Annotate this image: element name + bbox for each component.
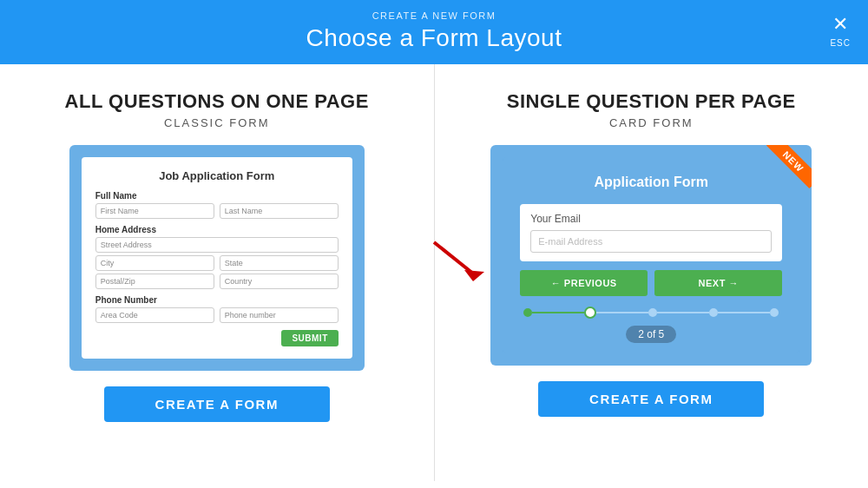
mock-submit-row: SUBMIT — [95, 330, 339, 346]
mock-label-fullname: Full Name — [95, 191, 339, 201]
progress-line-2 — [596, 312, 648, 313]
page-indicator: 2 of 5 — [626, 326, 676, 343]
card-nav-row: ← PREVIOUS NEXT → — [520, 270, 782, 296]
card-field-input: E-mail Address — [530, 230, 772, 253]
create-card-form-button[interactable]: CREATE A FORM — [538, 381, 764, 417]
arrow-indicator — [425, 234, 495, 286]
classic-form-preview: Job Application Form Full Name First Nam… — [69, 145, 365, 371]
page-header: CREATE A NEW FORM Choose a Form Layout ✕… — [0, 0, 868, 64]
progress-dot-3 — [648, 308, 657, 317]
progress-line-4 — [718, 312, 770, 313]
card-form-panel: SINGLE QUESTION PER PAGE CARD FORM NEW A… — [435, 64, 869, 481]
header-subtitle: CREATE A NEW FORM — [0, 10, 868, 21]
card-form-header-title: Application Form — [520, 175, 782, 190]
mock-row-fullname: First Name Last Name — [95, 203, 339, 219]
mock-input-lastname: Last Name — [220, 203, 339, 219]
card-next-button[interactable]: NEXT → — [654, 270, 782, 296]
mock-row-street: Street Address — [95, 237, 339, 253]
classic-form-subtitle: CLASSIC FORM — [164, 116, 270, 129]
mock-input-street: Street Address — [95, 237, 339, 253]
mock-input-phone: Phone number — [220, 307, 339, 323]
progress-line-3 — [657, 312, 709, 313]
mock-input-zip: Postal/Zip — [95, 274, 214, 289]
new-badge-label: NEW — [766, 145, 812, 188]
mock-submit-button[interactable]: SUBMIT — [281, 330, 338, 346]
mock-row-phone: Area Code Phone number — [95, 307, 339, 323]
mock-input-country: Country — [220, 274, 339, 289]
mock-input-city: City — [95, 255, 214, 271]
card-field-label: Your Email — [530, 213, 772, 225]
create-classic-form-button[interactable]: CREATE A FORM — [104, 386, 330, 422]
progress-dot-1 — [523, 308, 532, 317]
page-title: Choose a Form Layout — [0, 24, 868, 52]
mock-input-areacode: Area Code — [95, 307, 214, 323]
card-form-subtitle: CARD FORM — [609, 116, 694, 129]
card-form-title: SINGLE QUESTION PER PAGE — [507, 90, 796, 113]
mock-form-title: Job Application Form — [95, 169, 339, 182]
progress-dot-4 — [709, 308, 718, 317]
progress-dot-2 — [584, 307, 596, 319]
close-icon: ✕ — [830, 15, 851, 34]
svg-marker-1 — [464, 270, 484, 281]
card-prev-button[interactable]: ← PREVIOUS — [520, 270, 648, 296]
card-field-block: Your Email E-mail Address — [520, 204, 782, 261]
classic-form-title: ALL QUESTIONS ON ONE PAGE — [65, 90, 369, 113]
mock-row-citystate: City State — [95, 255, 339, 271]
progress-line-1 — [532, 312, 584, 313]
mock-label-phone: Phone Number — [95, 295, 339, 305]
main-content: ALL QUESTIONS ON ONE PAGE CLASSIC FORM J… — [0, 64, 868, 481]
close-esc-label: ESC — [830, 38, 851, 48]
new-badge: NEW — [760, 145, 812, 197]
card-form-preview: NEW Application Form Your Email E-mail A… — [490, 145, 812, 366]
mock-classic-form: Job Application Form Full Name First Nam… — [82, 157, 352, 359]
mock-label-address: Home Address — [95, 225, 339, 234]
mock-input-state: State — [220, 255, 339, 271]
card-form-inner: Application Form Your Email E-mail Addre… — [503, 157, 799, 353]
progress-dot-5 — [770, 308, 779, 317]
card-progress-bar — [520, 307, 782, 319]
mock-row-zipctry: Postal/Zip Country — [95, 274, 339, 289]
close-button[interactable]: ✕ ESC — [830, 15, 851, 49]
mock-input-firstname: First Name — [95, 203, 214, 219]
classic-form-panel: ALL QUESTIONS ON ONE PAGE CLASSIC FORM J… — [0, 64, 435, 481]
